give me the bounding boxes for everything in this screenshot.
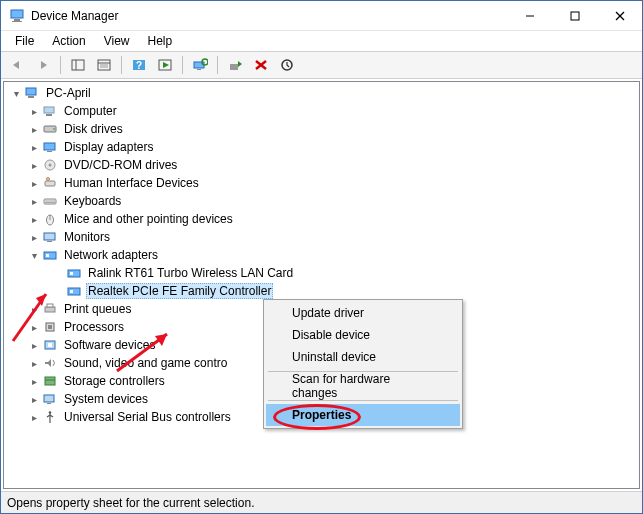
svg-point-28 — [53, 128, 55, 130]
statusbar: Opens property sheet for the current sel… — [1, 491, 642, 513]
svg-rect-24 — [28, 96, 34, 98]
tree-label: Computer — [62, 104, 119, 118]
tree-item-monitors[interactable]: ▸Monitors — [4, 228, 639, 246]
svg-rect-26 — [46, 114, 52, 116]
update-driver-button[interactable] — [223, 54, 247, 76]
tree-item-mice[interactable]: ▸Mice and other pointing devices — [4, 210, 639, 228]
tree-label: Software devices — [62, 338, 157, 352]
network-adapter-icon — [42, 247, 58, 263]
tree-item-dvd[interactable]: ▸DVD/CD-ROM drives — [4, 156, 639, 174]
ctx-disable-device[interactable]: Disable device — [266, 324, 460, 346]
collapse-icon[interactable]: ▸ — [28, 142, 40, 153]
system-devices-icon — [42, 391, 58, 407]
tree-label: Monitors — [62, 230, 112, 244]
properties-toolbar-button[interactable] — [92, 54, 116, 76]
collapse-icon[interactable]: ▸ — [28, 322, 40, 333]
collapse-icon[interactable]: ▸ — [28, 196, 40, 207]
expand-icon[interactable]: ▾ — [28, 250, 40, 261]
collapse-icon[interactable]: ▸ — [28, 160, 40, 171]
collapse-icon[interactable]: ▸ — [28, 178, 40, 189]
collapse-icon[interactable]: ▸ — [28, 214, 40, 225]
help-toolbar-button[interactable]: ? — [127, 54, 151, 76]
maximize-button[interactable] — [552, 1, 597, 30]
ctx-uninstall-device[interactable]: Uninstall device — [266, 346, 460, 368]
expand-icon[interactable]: ▾ — [10, 88, 22, 99]
minimize-button[interactable] — [507, 1, 552, 30]
menu-file[interactable]: File — [7, 32, 42, 50]
show-hide-console-button[interactable] — [66, 54, 90, 76]
tree-item-display-adapters[interactable]: ▸Display adapters — [4, 138, 639, 156]
svg-rect-54 — [45, 377, 55, 385]
collapse-icon[interactable]: ▸ — [28, 394, 40, 405]
hid-icon — [42, 175, 58, 191]
svg-rect-33 — [45, 181, 55, 186]
tree-label: Sound, video and game contro — [62, 356, 229, 370]
svg-rect-48 — [45, 307, 55, 312]
tree-label: Keyboards — [62, 194, 123, 208]
svg-rect-49 — [47, 304, 53, 307]
svg-rect-42 — [44, 252, 56, 259]
collapse-icon[interactable]: ▸ — [28, 358, 40, 369]
menu-action[interactable]: Action — [44, 32, 93, 50]
tree-item-hid[interactable]: ▸Human Interface Devices — [4, 174, 639, 192]
software-icon — [42, 337, 58, 353]
disable-button[interactable] — [275, 54, 299, 76]
uninstall-button[interactable] — [249, 54, 273, 76]
svg-point-58 — [49, 411, 52, 414]
collapse-icon[interactable]: ▸ — [28, 340, 40, 351]
collapse-icon[interactable]: ▸ — [28, 106, 40, 117]
scan-hardware-button[interactable] — [188, 54, 212, 76]
back-button[interactable] — [5, 54, 29, 76]
svg-rect-30 — [47, 151, 52, 152]
menu-help[interactable]: Help — [140, 32, 181, 50]
ctx-scan-hardware[interactable]: Scan for hardware changes — [266, 375, 460, 397]
toolbar-sep — [182, 56, 183, 74]
toolbar-sep — [217, 56, 218, 74]
toolbar-sep — [121, 56, 122, 74]
collapse-icon[interactable]: ▸ — [28, 124, 40, 135]
usb-icon — [42, 409, 58, 425]
collapse-icon[interactable]: ▸ — [28, 412, 40, 423]
svg-rect-44 — [68, 270, 80, 277]
svg-rect-19 — [230, 64, 238, 70]
svg-rect-23 — [26, 88, 36, 95]
tree-root[interactable]: ▾ PC-April — [4, 84, 639, 102]
tree-label: Universal Serial Bus controllers — [62, 410, 233, 424]
tree-item-ralink[interactable]: Ralink RT61 Turbo Wireless LAN Card — [4, 264, 639, 282]
storage-controller-icon — [42, 373, 58, 389]
statusbar-text: Opens property sheet for the current sel… — [7, 496, 254, 510]
tree-item-disk-drives[interactable]: ▸Disk drives — [4, 120, 639, 138]
cpu-icon — [42, 319, 58, 335]
titlebar: Device Manager — [1, 1, 642, 31]
svg-rect-57 — [47, 403, 51, 404]
svg-rect-47 — [70, 290, 73, 293]
window-title: Device Manager — [31, 9, 118, 23]
collapse-icon[interactable]: ▸ — [28, 304, 40, 315]
tree-item-computer[interactable]: ▸Computer — [4, 102, 639, 120]
monitor-icon — [42, 229, 58, 245]
svg-rect-17 — [197, 69, 201, 70]
tree-label: Ralink RT61 Turbo Wireless LAN Card — [86, 266, 295, 280]
menu-view[interactable]: View — [96, 32, 138, 50]
context-menu: Update driver Disable device Uninstall d… — [263, 299, 463, 429]
content-frame: ▾ PC-April ▸Computer ▸Disk drives ▸Displ… — [1, 79, 642, 491]
svg-rect-53 — [48, 343, 52, 347]
tree-item-network-adapters[interactable]: ▾Network adapters — [4, 246, 639, 264]
tree-label: Realtek PCIe FE Family Controller — [86, 283, 273, 299]
svg-rect-25 — [44, 107, 54, 113]
network-adapter-icon — [66, 283, 82, 299]
close-button[interactable] — [597, 1, 642, 30]
forward-button[interactable] — [31, 54, 55, 76]
svg-rect-46 — [68, 288, 80, 295]
tree-item-keyboards[interactable]: ▸Keyboards — [4, 192, 639, 210]
tree-label: Print queues — [62, 302, 133, 316]
ctx-update-driver[interactable]: Update driver — [266, 302, 460, 324]
tree-label: Storage controllers — [62, 374, 167, 388]
action-toolbar-button[interactable] — [153, 54, 177, 76]
collapse-icon[interactable]: ▸ — [28, 232, 40, 243]
ctx-properties[interactable]: Properties — [266, 404, 460, 426]
collapse-icon[interactable]: ▸ — [28, 376, 40, 387]
tree-item-realtek[interactable]: Realtek PCIe FE Family Controller — [4, 282, 639, 300]
toolbar: ? — [1, 51, 642, 79]
svg-rect-40 — [44, 233, 55, 240]
